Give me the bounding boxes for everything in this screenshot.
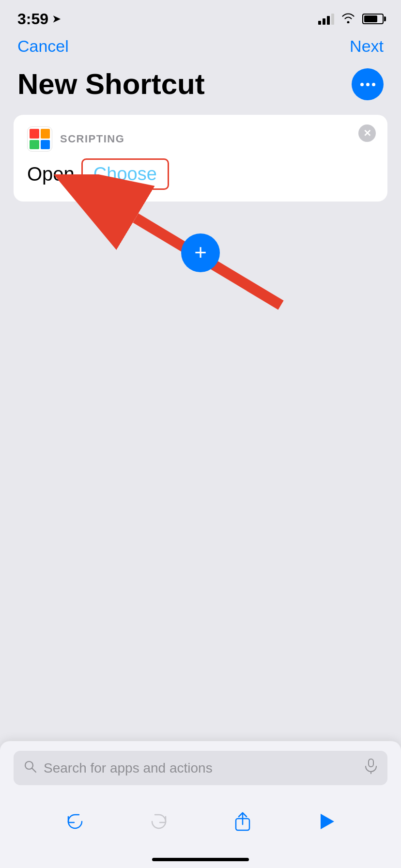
page-title: New Shortcut [17,68,205,100]
location-icon: ➤ [52,13,61,25]
status-icons [318,12,384,27]
battery-icon [362,14,384,24]
signal-bar-4 [331,14,334,25]
cancel-button[interactable]: Cancel [17,37,69,56]
icon-cell-green [30,140,39,150]
icon-cell-red [30,129,39,139]
search-bar[interactable]: Search for apps and actions [14,751,387,785]
scripting-icon [27,126,52,152]
wifi-icon [341,12,355,27]
dot-2 [366,83,370,86]
card-category-label: SCRIPTING [60,133,124,145]
next-button[interactable]: Next [350,37,384,56]
home-indicator [152,858,249,861]
search-placeholder: Search for apps and actions [44,760,357,776]
page-header: New Shortcut [0,63,401,115]
signal-bar-2 [323,18,325,25]
icon-cell-orange [41,129,50,139]
time-display: 3:59 [17,10,48,28]
play-button[interactable] [309,805,343,838]
svg-line-3 [32,768,36,772]
bottom-toolbar [14,795,387,853]
status-bar: 3:59 ➤ [0,0,401,29]
more-dots-icon [360,83,375,86]
signal-bar-3 [327,16,330,25]
open-label: Open [27,163,75,185]
dot-3 [372,83,375,86]
icon-cell-blue [41,140,50,150]
plus-icon: + [194,242,207,263]
svg-rect-4 [369,759,373,767]
share-button[interactable] [226,805,260,838]
choose-button[interactable]: Choose [81,158,169,190]
svg-marker-8 [321,814,334,829]
bottom-panel: Search for apps and actions [0,741,401,868]
signal-bars [318,13,334,25]
action-card: SCRIPTING ✕ Open Choose [14,115,387,202]
add-button-container: + [0,216,401,272]
add-action-button[interactable]: + [181,233,220,272]
card-header: SCRIPTING [27,126,374,152]
search-icon [23,760,37,776]
close-icon: ✕ [363,128,371,138]
nav-bar: Cancel Next [0,29,401,63]
undo-button[interactable] [58,805,92,838]
more-options-button[interactable] [352,68,384,100]
redo-button[interactable] [142,805,176,838]
remove-action-button[interactable]: ✕ [358,124,376,142]
choose-label: Choose [93,164,157,184]
microphone-icon[interactable] [364,759,378,777]
signal-bar-1 [318,21,321,25]
battery-fill [364,16,377,22]
status-time: 3:59 ➤ [17,10,61,28]
card-action-row: Open Choose [27,158,374,190]
dot-1 [360,83,364,86]
